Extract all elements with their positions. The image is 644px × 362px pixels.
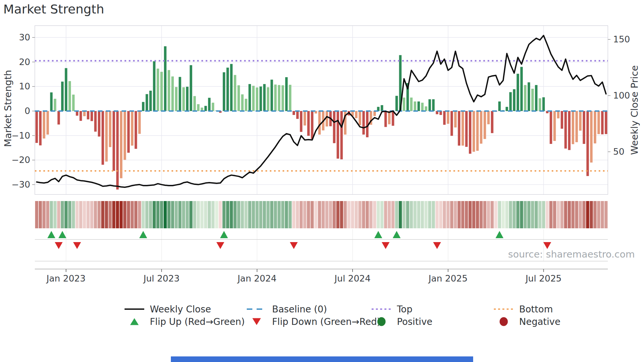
strength-bar [160,72,163,111]
strength-bar [124,111,126,160]
strength-bar [557,111,560,118]
strength-bar [594,111,596,144]
heatmap-cell [274,201,277,228]
legend-label: Negative [519,316,561,327]
x-tick-label: Jan 2024 [227,273,287,283]
heatmap-cell [380,201,384,228]
strength-bar [263,84,266,111]
heatmap-cell [362,201,365,228]
heatmap-cell [568,201,571,228]
strength-bar [509,92,512,111]
heatmap-cell [531,201,534,228]
strength-bar [337,111,339,159]
legend-item-positive: Positive [371,316,432,327]
strength-bar [425,106,427,111]
heatmap-cell [153,201,156,228]
strength-bar [270,79,273,111]
x-tick-label: Jul 2024 [323,273,382,283]
heatmap-cell [557,201,560,228]
heatmap-cell [101,201,104,228]
heatmap-cell [108,201,112,228]
strength-bar [583,111,586,144]
strength-bar [531,89,534,111]
positive-icon [371,317,392,327]
strength-bar [260,86,262,111]
heatmap-cell [399,201,402,228]
heatmap-cell [472,201,475,228]
heatmap-cell [432,201,435,228]
strength-bar [513,89,516,111]
strength-bar [403,98,405,111]
heatmap-cell [244,201,248,228]
heatmap-cell [601,201,604,228]
heatmap-cell [42,201,46,228]
heatmap-cell [90,201,93,228]
flip-down-icon [246,317,267,327]
heatmap-cell [457,201,461,228]
strength-bar [282,85,284,111]
strength-bar [208,98,211,111]
strength-bar [285,77,288,111]
strength-bar [105,111,108,162]
heatmap-cell [233,201,237,228]
heatmap-cell [483,201,487,228]
strength-bar [465,111,468,147]
heatmap-cell [435,201,439,228]
heatmap-cell [322,201,325,228]
strength-bar [168,70,170,111]
heatmap-cell [402,201,406,228]
heatmap-cell [130,201,134,228]
heatmap-cell [579,201,582,228]
strength-bar [414,102,416,111]
heatmap-cell [553,201,556,228]
flip-up-marker [220,231,228,238]
heatmap-cell [237,201,241,228]
heatmap-cell [494,201,497,228]
heatmap-cell [421,201,424,228]
strength-bar [517,74,519,111]
heatmap-cell [498,201,501,228]
heatmap-cell [46,201,49,228]
strength-bar [539,98,541,111]
heatmap-cell [318,201,321,228]
strength-bar [469,111,472,154]
heatmap-cell [278,201,281,228]
strength-bar [535,85,538,111]
heatmap-cell [292,201,295,228]
y-tick-label-left: 10 [7,81,30,91]
flip-up-icon [124,317,145,327]
heatmap-cell [465,201,468,228]
strength-bar [267,87,269,111]
heatmap-cell [164,201,167,228]
strength-bar [68,81,71,111]
heatmap-cell [211,201,215,228]
strength-bar [58,111,60,124]
strength-bar [241,94,244,111]
strength-bar [87,111,89,119]
heatmap-cell [513,201,516,228]
heatmap-cell [270,201,273,228]
strength-bar [98,111,101,137]
strength-bar [292,111,295,115]
strength-bar [542,97,545,111]
heatmap-cell [230,201,233,228]
strength-bar [116,111,119,190]
strength-bar [61,81,64,111]
heatmap-cell [373,201,376,228]
heatmap-cell [314,201,317,228]
heatmap-cell [340,201,343,228]
strength-bar [252,86,255,111]
x-tick-label: Jan 2023 [36,273,96,283]
baseline-swatch [246,304,267,314]
strength-bar [35,111,38,143]
strength-bar [278,85,281,111]
heatmap-cell [586,201,589,228]
strength-bar [428,99,431,111]
heatmap-cell [105,201,108,228]
strength-bar [605,111,608,134]
heatmap-cell [355,201,358,228]
heatmap-cell [61,201,64,228]
strength-bar [553,111,556,141]
flip-down-marker [382,242,390,249]
strength-bar [447,111,449,124]
